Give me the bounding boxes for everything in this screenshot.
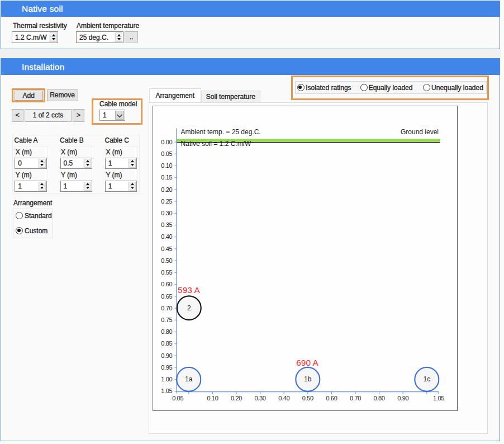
svg-text:0.90: 0.90 (397, 395, 408, 402)
svg-text:0.30: 0.30 (255, 395, 266, 402)
svg-text:0.85: 0.85 (161, 340, 172, 347)
svg-text:1.05: 1.05 (161, 388, 172, 394)
svg-text:1.00: 1.00 (161, 376, 172, 382)
svg-text:0.50: 0.50 (161, 257, 172, 264)
svg-text:0.80: 0.80 (161, 328, 172, 335)
svg-text:Ambient temp. = 25 deg.C.: Ambient temp. = 25 deg.C. (181, 128, 261, 136)
svg-text:0.20: 0.20 (231, 395, 242, 402)
svg-text:0.40: 0.40 (278, 395, 289, 402)
svg-text:0.00: 0.00 (161, 139, 172, 145)
svg-text:0.50: 0.50 (302, 395, 313, 402)
svg-text:1.05: 1.05 (433, 395, 444, 402)
svg-text:0.15: 0.15 (161, 174, 172, 181)
svg-text:0.35: 0.35 (161, 221, 172, 228)
svg-text:0.90: 0.90 (161, 352, 172, 359)
svg-text:0.65: 0.65 (161, 293, 172, 300)
svg-text:1a: 1a (185, 375, 193, 383)
svg-text:0.20: 0.20 (161, 186, 172, 193)
svg-text:0.95: 0.95 (161, 364, 172, 371)
svg-text:Ground level: Ground level (401, 128, 439, 136)
svg-text:0.75: 0.75 (161, 317, 172, 323)
svg-text:690 A: 690 A (296, 358, 318, 367)
svg-text:0.60: 0.60 (326, 395, 337, 402)
svg-text:-0.05: -0.05 (170, 395, 184, 402)
svg-text:0.25: 0.25 (161, 198, 172, 205)
svg-text:0.45: 0.45 (161, 245, 172, 252)
svg-text:2: 2 (187, 304, 191, 312)
svg-text:1c: 1c (423, 375, 430, 383)
svg-text:0.10: 0.10 (207, 395, 218, 402)
svg-text:0.70: 0.70 (161, 305, 172, 311)
svg-text:0.80: 0.80 (374, 395, 385, 402)
svg-text:0.55: 0.55 (161, 269, 172, 276)
svg-text:593 A: 593 A (178, 285, 200, 295)
svg-text:0.10: 0.10 (161, 162, 172, 169)
svg-text:1b: 1b (304, 375, 312, 383)
svg-text:0.30: 0.30 (161, 210, 172, 216)
svg-text:0.05: 0.05 (161, 150, 172, 157)
svg-text:0.70: 0.70 (350, 395, 361, 402)
svg-text:Native soil = 1.2 C.m/W: Native soil = 1.2 C.m/W (181, 140, 251, 148)
svg-text:0.60: 0.60 (161, 281, 172, 287)
svg-text:0.40: 0.40 (161, 233, 172, 240)
